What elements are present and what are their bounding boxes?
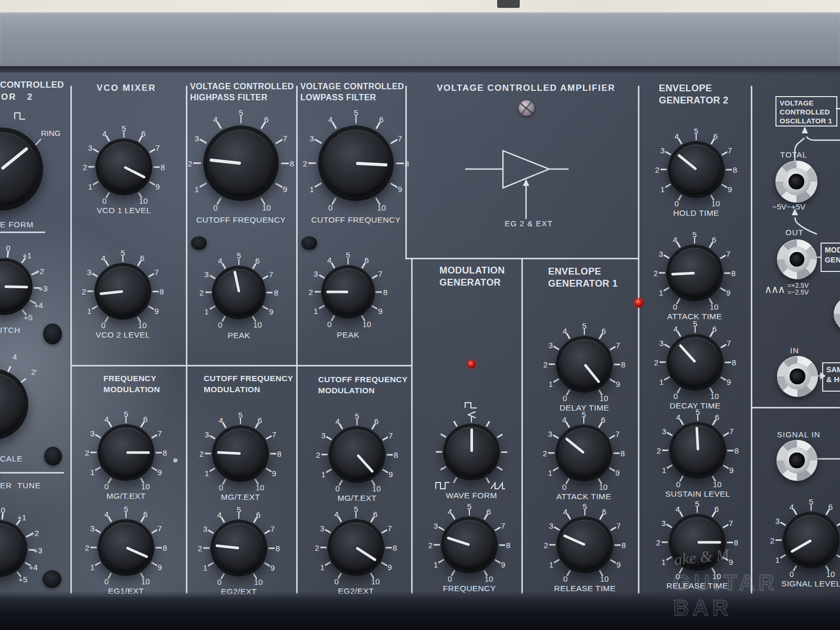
- knob-scale-numeral: 4: [217, 510, 222, 519]
- knob-tick: [497, 434, 503, 438]
- knob-scale-numeral: 8: [622, 541, 626, 550]
- knob-scale-numeral: 2: [543, 360, 548, 369]
- edge-jack[interactable]: [834, 296, 840, 332]
- knob-tick: [724, 272, 730, 274]
- in-jack[interactable]: [777, 356, 818, 397]
- knob-tick: [663, 255, 669, 259]
- knob-scale-numeral: 0: [101, 321, 106, 330]
- knob-tick: [92, 149, 99, 153]
- knob-scale-numeral: 8: [274, 288, 278, 297]
- knob-tick: [553, 559, 560, 563]
- knob-scale-numeral: 6: [715, 412, 719, 421]
- knob-tick: [775, 540, 782, 541]
- knob-scale-numeral: 3: [659, 339, 664, 348]
- knob-tick: [659, 272, 665, 274]
- lpf-peak-label: PEAK: [285, 330, 411, 340]
- out-jack[interactable]: [777, 239, 817, 279]
- knob-tick: [721, 151, 728, 155]
- triangle-wave-icon: ∧∧∧: [764, 283, 784, 296]
- knob-scale-numeral: 9: [501, 560, 505, 569]
- signal-in-jack[interactable]: [776, 440, 817, 481]
- knob-scale-numeral: 3: [204, 269, 208, 278]
- knob-scale-numeral: 5: [694, 127, 698, 135]
- knob-tick: [614, 364, 620, 365]
- knob-scale-numeral: 7: [378, 269, 382, 278]
- knob-tick: [613, 453, 620, 454]
- knob-tick: [385, 547, 392, 549]
- knob-scale-numeral: +1: [17, 513, 26, 522]
- knob-tick: [148, 273, 154, 277]
- knob-scale-numeral: 6: [602, 507, 606, 516]
- knob-scale-numeral: 3: [320, 524, 324, 533]
- vca-eg2-ext-label: EG 2 & EXT: [500, 219, 558, 228]
- knob-scale-numeral: 2: [198, 544, 202, 553]
- knob-scale-numeral: 10: [600, 394, 608, 403]
- knob-scale-numeral: 6: [712, 235, 716, 244]
- knob-scale-numeral: 5: [582, 321, 586, 330]
- knob-scale-numeral: 3: [321, 431, 326, 440]
- knob-scale-numeral: 5: [124, 505, 128, 513]
- knob-scale-numeral: 4: [674, 324, 678, 333]
- knob-scale-numeral: 6: [255, 256, 259, 265]
- knob-scale-numeral: 8: [163, 543, 167, 552]
- hpf-title-line2: HIGHPASS FILTER: [190, 93, 268, 102]
- knob-tick: [151, 562, 158, 566]
- knob-tick: [264, 562, 270, 566]
- knob-tick: [549, 364, 555, 365]
- knob-scale-numeral: 9: [727, 377, 731, 386]
- knob-scale-numeral: 1: [87, 307, 91, 316]
- knob-tick: [724, 362, 731, 363]
- knob-tick: [382, 469, 388, 473]
- knob-tick: [94, 434, 101, 438]
- knob-scale-numeral: 3: [203, 524, 207, 533]
- total-jack[interactable]: [775, 161, 817, 203]
- knob-tick: [609, 467, 615, 471]
- knob-tick: [314, 291, 321, 293]
- mg-out-wave-note: ∧∧∧ =+2.5V =−2.5V: [764, 282, 808, 296]
- knob-tick: [495, 559, 501, 563]
- knob-scale-numeral: 0: [219, 483, 223, 492]
- cfm-hp-mg-label: MG/T.EXT: [177, 492, 303, 502]
- knob-scale-numeral: 6: [374, 416, 379, 425]
- vco1-box-line1: VOLTAGE: [780, 99, 833, 108]
- knob-tick: [390, 183, 397, 188]
- knob-tick: [780, 554, 786, 559]
- knob-tick: [264, 530, 270, 534]
- knob-scale-numeral: 9: [616, 560, 621, 569]
- voltage-range-label: −5V~+5V: [772, 202, 805, 211]
- knob-scale-numeral: 7: [283, 133, 287, 142]
- knob-tick: [610, 379, 616, 383]
- knob-scale-numeral: 2: [770, 536, 774, 545]
- divider: [405, 258, 638, 259]
- knob-scale-numeral: 2: [316, 450, 320, 459]
- knob-scale-numeral: 9: [388, 470, 393, 479]
- knob-scale-numeral: 5: [809, 497, 813, 506]
- knob-scale-numeral: 2: [83, 163, 87, 172]
- knob-scale-numeral: 8: [394, 450, 398, 459]
- vco1-patch-box: VOLTAGE CONTROLLED OSCILLATOR 1: [775, 96, 837, 127]
- knob-scale-numeral: 10: [262, 203, 271, 212]
- knob-body: [207, 130, 275, 197]
- knob-scale-numeral: 0: [102, 196, 107, 205]
- knob-tick: [664, 376, 670, 381]
- knob-scale-numeral: 5: [121, 248, 125, 257]
- knob-tick: [152, 291, 159, 292]
- knob-scale-numeral: 9: [728, 185, 732, 194]
- knob-tick: [390, 139, 397, 144]
- knob-pointer: [326, 291, 348, 293]
- wave-form-label: E FORM: [0, 220, 34, 229]
- knob-tick: [209, 468, 215, 472]
- vco-mixer-title: VCO MIXER: [97, 83, 156, 93]
- knob-scale-numeral: 1: [659, 377, 664, 386]
- knob-scale-numeral: 3: [434, 521, 438, 530]
- knob-scale-numeral: 4: [101, 253, 106, 262]
- knob-tick: [666, 524, 672, 528]
- knob-scale-numeral: 10: [256, 483, 265, 492]
- knob-scale-numeral: 6: [487, 507, 491, 516]
- wave-note-bottom: =−2.5V: [788, 289, 808, 296]
- scale-label: CALE: [0, 454, 23, 463]
- ring-label: RING: [41, 129, 61, 138]
- knob-scale-numeral: 5: [237, 505, 241, 514]
- knob-scale-numeral: 5: [696, 407, 700, 416]
- knob-scale-numeral: 5: [122, 124, 126, 133]
